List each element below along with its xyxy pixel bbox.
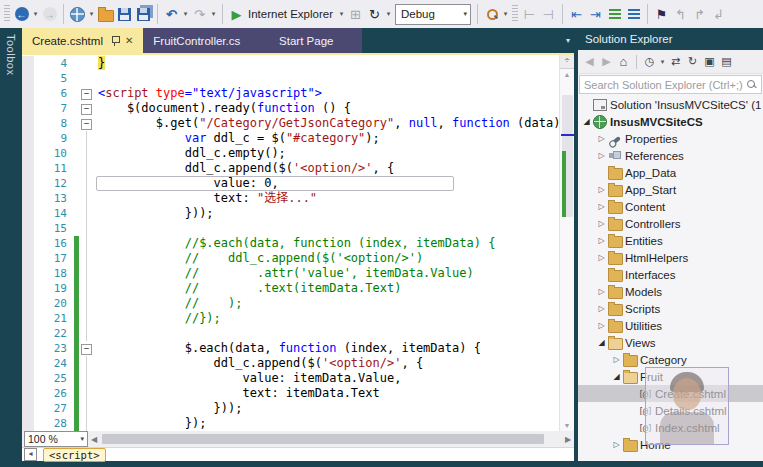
outlining-margin[interactable] <box>79 146 95 161</box>
indicator-margin[interactable] <box>22 356 34 371</box>
open-file-icon[interactable] <box>96 5 115 24</box>
tree-item-views[interactable]: ◢Views <box>578 334 763 351</box>
collapse-icon[interactable]: ◢ <box>581 117 592 126</box>
code-text[interactable]: <script type="text/javascript"> <box>95 86 559 101</box>
code-text[interactable] <box>95 326 559 341</box>
indicator-margin[interactable] <box>22 326 34 341</box>
indicator-margin[interactable] <box>22 86 34 101</box>
tree-item-controllers[interactable]: ▷Controllers <box>578 215 763 232</box>
indicator-margin[interactable] <box>22 56 34 71</box>
tree-item-utilities[interactable]: ▷Utilities <box>578 317 763 334</box>
toggle-bookmark-icon[interactable]: ⚑ <box>652 5 671 24</box>
outlining-margin[interactable] <box>79 386 95 401</box>
scroll-down-icon[interactable]: ▼ <box>560 422 574 429</box>
indicator-margin[interactable] <box>22 71 34 86</box>
hscroll-left-icon[interactable]: ◀ <box>88 435 100 444</box>
indicator-margin[interactable] <box>22 131 34 146</box>
outlining-margin[interactable] <box>79 176 95 191</box>
outlining-margin[interactable] <box>79 296 95 311</box>
code-line-17[interactable]: 17 // ddl_c.append($('<option/>') <box>22 251 559 266</box>
back-icon[interactable]: ← <box>12 5 31 24</box>
tree-item-solution-insusmvcsitecs-1[interactable]: Solution 'InsusMVCSiteCS' (1 <box>578 96 763 113</box>
code-line-5[interactable]: 5 <box>22 71 559 86</box>
expand-icon[interactable]: ▷ <box>611 355 622 364</box>
code-editor[interactable]: 4}56−<script type="text/javascript">7− $… <box>22 55 559 431</box>
indicator-margin[interactable] <box>22 401 34 416</box>
indicator-margin[interactable] <box>22 176 34 191</box>
indicator-margin[interactable] <box>22 101 34 116</box>
indicator-margin[interactable] <box>22 221 34 236</box>
code-text[interactable]: // ); <box>95 296 559 311</box>
comment-selection-icon[interactable] <box>605 5 624 24</box>
code-line-16[interactable]: 16 //$.each(data, function (index, itemD… <box>22 236 559 251</box>
home-icon[interactable]: ⌂ <box>615 53 632 70</box>
find-in-files-icon[interactable] <box>482 5 501 24</box>
code-text[interactable]: ddl_c.empty(); <box>95 146 559 161</box>
collapse-region-icon[interactable]: − <box>81 119 92 130</box>
indicator-margin[interactable] <box>22 296 34 311</box>
decrease-indent-icon[interactable]: ⇤ <box>567 5 586 24</box>
expand-icon[interactable]: ▷ <box>596 253 607 262</box>
tree-item-app-data[interactable]: App_Data <box>578 164 763 181</box>
tree-item-interfaces[interactable]: Interfaces <box>578 266 763 283</box>
filter-dropdown-icon[interactable]: ▾ <box>658 58 667 66</box>
outlining-margin[interactable] <box>79 266 95 281</box>
indicator-margin[interactable] <box>22 281 34 296</box>
indicator-margin[interactable] <box>22 206 34 221</box>
expand-icon[interactable]: ▷ <box>596 151 607 160</box>
code-line-27[interactable]: 27 })); <box>22 401 559 416</box>
increase-indent-icon[interactable]: ⇥ <box>586 5 605 24</box>
indicator-margin[interactable] <box>22 236 34 251</box>
collapse-all-icon[interactable]: ▣ <box>701 53 718 70</box>
solution-explorer-title[interactable]: Solution Explorer <box>578 28 763 50</box>
code-line-20[interactable]: 20 // ); <box>22 296 559 311</box>
code-text[interactable]: value: itemData.Value, <box>95 371 559 386</box>
save-icon[interactable] <box>115 5 134 24</box>
tree-item-references[interactable]: ▷References <box>578 147 763 164</box>
hscroll-right-icon[interactable]: ▶ <box>562 435 574 444</box>
code-line-21[interactable]: 21 //}); <box>22 311 559 326</box>
code-line-6[interactable]: 6−<script type="text/javascript"> <box>22 86 559 101</box>
uncomment-selection-icon[interactable] <box>624 5 643 24</box>
code-text[interactable]: // ddl_c.append($('<option/>') <box>95 251 559 266</box>
pin-tab-icon[interactable] <box>111 35 119 47</box>
toolbar-grip[interactable] <box>4 5 10 23</box>
code-text[interactable]: // .text(itemData.Text) <box>95 281 559 296</box>
tab-create-cshtml[interactable]: Create.cshtml✕ <box>22 28 143 53</box>
tab-overflow-dropdown-icon[interactable]: ▾ <box>566 36 570 45</box>
back-dropdown-icon[interactable]: ▾ <box>31 10 40 18</box>
code-text[interactable]: $.get("/Category/GetJsonCategory", null,… <box>95 116 559 131</box>
attach-to-process-icon[interactable]: ⊞ <box>346 5 365 24</box>
indicator-margin[interactable] <box>22 116 34 131</box>
tab-start-page[interactable]: Start Page <box>250 28 362 53</box>
forward-icon[interactable]: → <box>40 5 59 24</box>
indicator-margin[interactable] <box>22 191 34 206</box>
code-line-18[interactable]: 18 // .attr('value', itemData.Value) <box>22 266 559 281</box>
code-line-11[interactable]: 11 ddl_c.append($('<option/>', { <box>22 161 559 176</box>
code-text[interactable]: $.each(data, function (index, itemData) … <box>95 341 559 356</box>
close-tab-icon[interactable]: ✕ <box>125 35 133 46</box>
refresh-icon[interactable]: ↻ <box>365 5 384 24</box>
outlining-margin[interactable] <box>79 416 95 431</box>
indicator-margin[interactable] <box>22 341 34 356</box>
code-text[interactable]: // .attr('value', itemData.Value) <box>95 266 559 281</box>
redo-icon[interactable]: ↷ <box>190 5 209 24</box>
clear-bookmarks-icon[interactable]: ↲ <box>709 5 728 24</box>
tab-fruitcontroller-cs[interactable]: FruitController.cs <box>143 28 250 53</box>
properties-icon[interactable]: ▤ <box>718 53 735 70</box>
run-target-label[interactable]: Internet Explorer <box>248 8 333 20</box>
outlining-margin[interactable] <box>79 326 95 341</box>
tree-item-properties[interactable]: ▷Properties <box>578 130 763 147</box>
sync-with-active-document-icon[interactable]: ⇄ <box>667 53 684 70</box>
outlining-margin[interactable] <box>79 71 95 86</box>
save-all-icon[interactable] <box>134 5 153 24</box>
undo-dropdown-icon[interactable]: ▾ <box>181 10 190 18</box>
editor-horizontal-scrollbar[interactable] <box>100 433 560 445</box>
code-line-7[interactable]: 7− $(document).ready(function () { <box>22 101 559 116</box>
outlining-margin[interactable] <box>79 131 95 146</box>
code-line-10[interactable]: 10 ddl_c.empty(); <box>22 146 559 161</box>
code-line-24[interactable]: 24 ddl_c.append($('<option/>', { <box>22 356 559 371</box>
code-text[interactable]: })); <box>95 401 559 416</box>
expand-icon[interactable]: ▷ <box>596 236 607 245</box>
code-line-22[interactable]: 22 <box>22 326 559 341</box>
